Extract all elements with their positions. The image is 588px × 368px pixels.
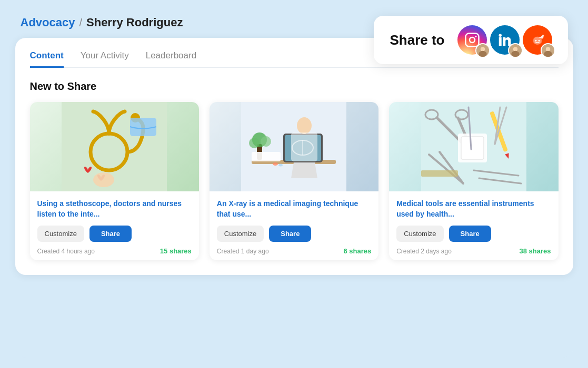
card-1-customize-button[interactable]: Customize <box>37 226 84 242</box>
card-2-actions: Customize Share <box>217 226 371 242</box>
svg-point-1 <box>470 37 475 43</box>
linkedin-avatar <box>508 43 523 58</box>
svg-rect-22 <box>130 118 156 136</box>
svg-point-38 <box>278 164 283 167</box>
card-3-actions: Customize Share <box>396 226 551 242</box>
svg-rect-6 <box>499 37 501 46</box>
card-3-customize-button[interactable]: Customize <box>396 226 443 242</box>
tab-your-activity[interactable]: Your Activity <box>81 50 129 68</box>
content-card-2: An X-ray is a medical imaging technique … <box>210 102 378 260</box>
card-3-created: Created 2 days ago <box>396 248 452 255</box>
reddit-avatar <box>541 43 555 58</box>
card-1-image <box>30 102 199 191</box>
card-2-image <box>210 102 378 191</box>
share-panel: Share to <box>374 16 567 64</box>
card-2-description: An X-ray is a medical imaging technique … <box>217 199 371 219</box>
svg-rect-0 <box>465 34 479 47</box>
share-icons-group <box>457 25 552 55</box>
instagram-avatar <box>475 43 490 58</box>
card-1-description: Using a stethoscope, doctors and nurses … <box>37 199 192 219</box>
svg-point-34 <box>297 117 312 134</box>
tab-content[interactable]: Content <box>30 50 64 68</box>
card-2-shares: 6 shares <box>343 247 371 255</box>
svg-point-32 <box>249 138 260 148</box>
card-1-shares: 15 shares <box>160 247 192 255</box>
svg-rect-19 <box>62 102 167 191</box>
svg-point-15 <box>542 35 544 37</box>
breadcrumb-user-name: Sherry Rodriguez <box>86 16 183 29</box>
card-3-meta: Created 2 days ago 38 shares <box>396 247 551 255</box>
card-1-share-button[interactable]: Share <box>89 226 132 242</box>
svg-point-23 <box>93 172 114 187</box>
card-1-actions: Customize Share <box>37 226 192 242</box>
svg-rect-35 <box>291 132 317 161</box>
svg-point-33 <box>261 136 271 147</box>
card-3-shares: 38 shares <box>520 247 551 255</box>
svg-point-12 <box>535 40 536 42</box>
card-3-body: Medical tools are essential instruments … <box>389 191 558 260</box>
content-card-3: Medical tools are essential instruments … <box>389 102 558 260</box>
svg-point-17 <box>545 47 550 52</box>
content-card-1: Using a stethoscope, doctors and nurses … <box>30 102 199 260</box>
content-cards-grid: Using a stethoscope, doctors and nurses … <box>30 102 559 260</box>
card-1-created: Created 4 hours ago <box>37 248 95 255</box>
svg-rect-36 <box>252 152 281 161</box>
share-panel-title: Share to <box>390 32 444 48</box>
card-2-customize-button[interactable]: Customize <box>217 226 264 242</box>
svg-point-7 <box>499 34 502 37</box>
card-2-meta: Created 1 day ago 6 shares <box>217 247 371 255</box>
svg-point-2 <box>475 36 476 37</box>
svg-rect-55 <box>421 170 458 177</box>
svg-point-9 <box>513 47 517 52</box>
tab-leaderboard[interactable]: Leaderboard <box>146 50 196 68</box>
svg-point-4 <box>480 47 485 52</box>
card-1-meta: Created 4 hours ago 15 shares <box>37 247 192 255</box>
instagram-icon[interactable] <box>457 25 487 55</box>
card-2-share-button[interactable]: Share <box>269 226 311 242</box>
breadcrumb-separator: / <box>79 17 82 29</box>
card-3-share-button[interactable]: Share <box>449 226 491 242</box>
card-3-description: Medical tools are essential instruments … <box>396 199 551 219</box>
main-card: Content Your Activity Leaderboard New to… <box>15 38 573 275</box>
reddit-icon[interactable] <box>523 25 552 55</box>
linkedin-icon[interactable] <box>490 25 520 55</box>
card-2-body: An X-ray is a medical imaging technique … <box>210 191 378 260</box>
card-1-body: Using a stethoscope, doctors and nurses … <box>30 191 199 260</box>
card-3-image <box>389 102 558 191</box>
card-2-created: Created 1 day ago <box>217 248 269 255</box>
svg-point-13 <box>538 40 540 42</box>
section-title: New to Share <box>30 80 559 93</box>
svg-rect-51 <box>461 137 484 159</box>
breadcrumb-advocacy[interactable]: Advocacy <box>21 16 75 29</box>
svg-point-37 <box>273 162 278 166</box>
